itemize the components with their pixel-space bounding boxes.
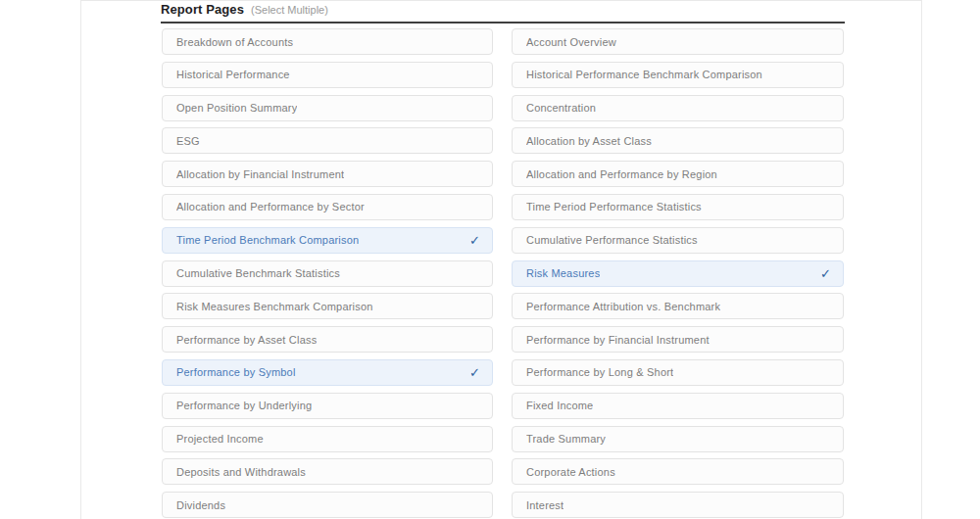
report-page-option[interactable]: Historical Performance Benchmark Compari… bbox=[512, 62, 844, 88]
report-page-label: Cumulative Benchmark Statistics bbox=[176, 267, 340, 279]
report-page-label: Historical Performance bbox=[176, 69, 290, 80]
report-page-option[interactable]: Cumulative Performance Statistics bbox=[512, 227, 844, 254]
report-page-option[interactable]: Interest bbox=[512, 492, 844, 518]
report-page-option[interactable]: Performance by Asset Class bbox=[162, 326, 493, 353]
report-page-label: Trade Summary bbox=[526, 433, 606, 445]
report-page-option[interactable]: Risk Measures Benchmark Comparison bbox=[162, 293, 493, 319]
report-page-option[interactable]: Open Position Summary bbox=[162, 95, 493, 121]
report-page-option[interactable]: Breakdown of Accounts bbox=[162, 28, 493, 55]
report-page-option[interactable]: Projected Income bbox=[162, 426, 493, 452]
report-page-option[interactable]: Time Period Performance Statistics bbox=[512, 194, 844, 220]
report-page-option[interactable]: Account Overview bbox=[512, 28, 844, 55]
report-page-label: Allocation and Performance by Sector bbox=[176, 201, 365, 212]
report-page-option[interactable]: ESG bbox=[162, 127, 493, 154]
report-page-label: Projected Income bbox=[176, 433, 264, 445]
report-page-label: Allocation by Financial Instrument bbox=[176, 168, 344, 180]
report-page-option[interactable]: Deposits and Withdrawals bbox=[162, 458, 493, 485]
report-page-option[interactable]: Performance by Symbol ✓ bbox=[162, 359, 493, 386]
report-page-option[interactable]: Performance by Underlying bbox=[162, 393, 493, 419]
check-icon: ✓ bbox=[469, 366, 480, 379]
report-page-label: Breakdown of Accounts bbox=[176, 36, 293, 48]
report-page-label: Time Period Performance Statistics bbox=[526, 201, 702, 212]
report-page-label: Concentration bbox=[526, 102, 596, 114]
page-title: Report Pages bbox=[161, 2, 244, 17]
check-icon: ✓ bbox=[820, 267, 831, 280]
report-page-label: Historical Performance Benchmark Compari… bbox=[526, 69, 762, 80]
report-page-label: Allocation and Performance by Region bbox=[526, 168, 717, 180]
report-page-label: Performance by Symbol bbox=[176, 366, 296, 378]
report-page-label: Fixed Income bbox=[526, 400, 593, 411]
report-page-label: Corporate Actions bbox=[526, 466, 615, 478]
report-pages-header: Report Pages (Select Multiple) bbox=[161, 2, 845, 24]
report-page-label: Risk Measures bbox=[526, 267, 600, 279]
report-page-label: Performance by Financial Instrument bbox=[526, 334, 710, 346]
report-page-option[interactable]: Cumulative Benchmark Statistics bbox=[162, 260, 493, 287]
report-page-label: Performance Attribution vs. Benchmark bbox=[526, 301, 720, 312]
report-pages-column-right: Account Overview Historical Performance … bbox=[512, 28, 844, 518]
report-page-label: Deposits and Withdrawals bbox=[176, 466, 306, 478]
report-page-label: Allocation by Asset Class bbox=[526, 135, 652, 147]
report-page-option[interactable]: Corporate Actions bbox=[512, 458, 844, 485]
report-page-label: Dividends bbox=[176, 499, 225, 511]
report-page-option[interactable]: Performance by Long & Short bbox=[512, 359, 844, 386]
report-page-option[interactable]: Concentration bbox=[512, 95, 844, 121]
report-page-option[interactable]: Trade Summary bbox=[512, 426, 844, 452]
report-page-label: Risk Measures Benchmark Comparison bbox=[176, 301, 373, 312]
report-pages-panel: Report Pages (Select Multiple) Breakdown… bbox=[80, 0, 922, 519]
report-page-option[interactable]: Historical Performance bbox=[162, 62, 493, 88]
report-page-label: Cumulative Performance Statistics bbox=[526, 234, 698, 246]
report-page-option[interactable]: Performance Attribution vs. Benchmark bbox=[512, 293, 844, 319]
report-page-label: Interest bbox=[526, 499, 564, 511]
check-icon: ✓ bbox=[469, 234, 480, 247]
report-page-option[interactable]: Fixed Income bbox=[512, 393, 844, 419]
report-pages-list: Breakdown of Accounts Historical Perform… bbox=[162, 28, 844, 518]
report-page-label: ESG bbox=[176, 135, 200, 147]
report-page-label: Account Overview bbox=[526, 36, 616, 48]
report-page-option[interactable]: Dividends bbox=[162, 492, 493, 518]
report-page-option[interactable]: Allocation by Financial Instrument bbox=[162, 161, 493, 187]
report-page-option[interactable]: Allocation and Performance by Region bbox=[512, 161, 844, 187]
report-pages-column-left: Breakdown of Accounts Historical Perform… bbox=[162, 28, 493, 518]
report-page-option[interactable]: Risk Measures ✓ bbox=[512, 260, 844, 287]
header-divider bbox=[161, 22, 845, 24]
page-subtitle: (Select Multiple) bbox=[251, 4, 328, 16]
report-page-label: Time Period Benchmark Comparison bbox=[176, 234, 359, 246]
report-page-label: Performance by Underlying bbox=[176, 400, 312, 411]
report-page-label: Open Position Summary bbox=[176, 102, 297, 114]
report-page-option[interactable]: Time Period Benchmark Comparison ✓ bbox=[162, 227, 493, 254]
report-page-option[interactable]: Performance by Financial Instrument bbox=[512, 326, 844, 353]
report-page-label: Performance by Long & Short bbox=[526, 366, 673, 378]
report-page-label: Performance by Asset Class bbox=[176, 334, 317, 346]
report-page-option[interactable]: Allocation by Asset Class bbox=[512, 127, 844, 154]
report-page-option[interactable]: Allocation and Performance by Sector bbox=[162, 194, 493, 220]
